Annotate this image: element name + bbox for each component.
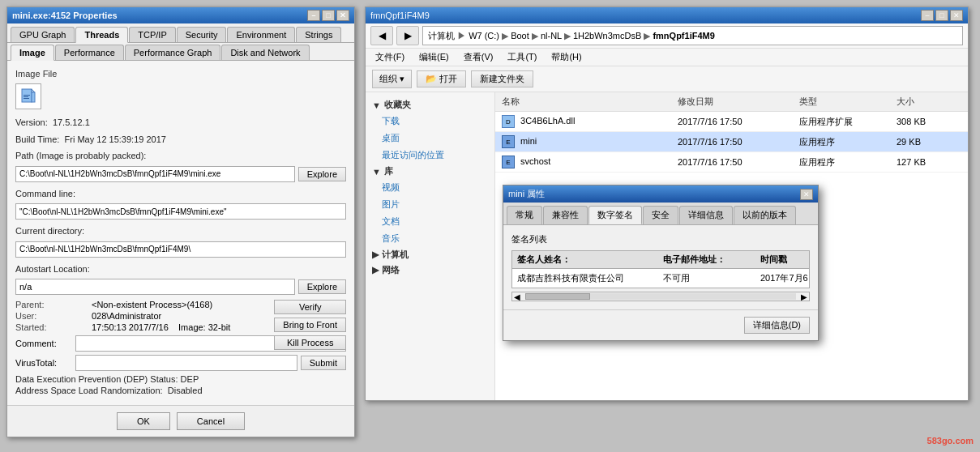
siglist-label: 签名列表 (511, 233, 810, 245)
cmdline-input[interactable] (15, 203, 346, 220)
col-size[interactable]: 大小 (897, 96, 961, 108)
favorites-section[interactable]: ▼ 收藏夹 (366, 97, 494, 113)
curdir-label: Current directory: (15, 224, 346, 238)
nav-downloads[interactable]: 下载 (366, 113, 494, 130)
file-row-mini[interactable]: E mini 2017/7/16 17:50 应用程序 29 KB (495, 132, 968, 152)
menu-view[interactable]: 查看(V) (460, 50, 497, 64)
menu-help[interactable]: 帮助(H) (548, 50, 584, 64)
scroll-thumb[interactable] (525, 293, 590, 300)
nav-video[interactable]: 视频 (366, 179, 494, 196)
forward-btn[interactable]: ▶ (396, 26, 419, 45)
explore-path-btn[interactable]: Explore (298, 167, 346, 181)
detail-btn[interactable]: 详细信息(D) (744, 317, 810, 334)
virustotal-input[interactable] (75, 355, 297, 371)
ok-button[interactable]: OK (117, 412, 170, 430)
dep-status: Data Execution Prevention (DEP) Status: … (15, 374, 346, 384)
computer-label: 计算机 (382, 249, 409, 261)
libraries-section[interactable]: ▼ 库 (366, 164, 494, 179)
tab-image[interactable]: Image (11, 45, 54, 61)
computer-section[interactable]: ▶ 计算机 (366, 247, 494, 262)
menu-file[interactable]: 文件(F) (372, 50, 408, 64)
tab-tcp-ip[interactable]: TCP/IP (129, 27, 175, 42)
autostart-label: Autostart Location: (15, 262, 346, 276)
mini-tab-prev[interactable]: 以前的版本 (734, 206, 796, 224)
mini-dialog-content: 签名列表 签名人姓名： 电子邮件地址： 时间戳 成都吉胜科技有限责任公司 不可用… (503, 225, 818, 309)
nav-recent[interactable]: 最近访问的位置 (366, 147, 494, 164)
cancel-button[interactable]: Cancel (177, 412, 245, 430)
file-name-svchost: E svchost (502, 156, 678, 168)
cmdline-label: Command line: (15, 187, 346, 201)
file-date-mini: 2017/7/16 17:50 (678, 137, 799, 147)
autostart-input[interactable] (15, 279, 295, 295)
sig-scrollbar[interactable]: ◀ ▶ (511, 292, 810, 301)
open-btn[interactable]: 📂 打开 (417, 70, 466, 87)
tab-security[interactable]: Security (177, 27, 227, 42)
file-size-dll: 308 KB (897, 117, 961, 126)
breadcrumb: 计算机 ▶ W7 (C:) ▶ Boot ▶ nl-NL ▶ 1H2bWn3mc… (428, 30, 715, 42)
path-input-row: Explore (15, 166, 346, 182)
comment-label: Comment: (15, 339, 72, 348)
action-bar: 组织 ▾ 📂 打开 新建文件夹 (366, 66, 968, 92)
tab-threads[interactable]: Threads (75, 27, 128, 43)
menu-tools[interactable]: 工具(T) (504, 50, 540, 64)
process-properties-window: mini.exe:4152 Properties – □ ✕ GPU Graph… (6, 6, 355, 437)
tab-performance[interactable]: Performance (55, 45, 124, 60)
mini-icon: E (502, 135, 515, 148)
restore-btn[interactable]: □ (322, 10, 335, 21)
file-size-svchost: 127 KB (897, 157, 961, 167)
mini-tab-security[interactable]: 安全 (643, 206, 678, 224)
nav-pictures[interactable]: 图片 (366, 196, 494, 213)
tab-strings[interactable]: Strings (296, 27, 341, 42)
curdir-input[interactable] (15, 241, 346, 258)
file-date-dll: 2017/7/16 17:50 (678, 117, 799, 126)
mini-close-btn[interactable]: ✕ (800, 189, 813, 200)
tab-perf-graph[interactable]: Performance Graph (125, 45, 221, 60)
proc-title: mini.exe:4152 Properties (12, 11, 118, 20)
scroll-left-btn[interactable]: ◀ (512, 292, 522, 301)
image-file-label: Image File (15, 69, 346, 79)
sig-row-0[interactable]: 成都吉胜科技有限责任公司 不可用 2017年7月6 (511, 269, 810, 288)
exe-icon (15, 83, 41, 109)
file-row-dll[interactable]: D 3C4B6LhA.dll 2017/7/16 17:50 应用程序扩展 30… (495, 112, 968, 132)
back-btn[interactable]: ◀ (370, 26, 393, 45)
tab-row-2: Image Performance Performance Graph Disk… (7, 43, 354, 61)
close-btn[interactable]: ✕ (336, 10, 349, 21)
mini-tab-details[interactable]: 详细信息 (679, 206, 733, 224)
exp-close-btn[interactable]: ✕ (950, 10, 963, 21)
menu-edit[interactable]: 编辑(E) (416, 50, 452, 64)
image-tab-content: Image File Version: 17.5.12.1 Build Time… (7, 61, 354, 405)
scroll-right-btn[interactable]: ▶ (799, 292, 809, 301)
mini-tab-compat[interactable]: 兼容性 (543, 206, 588, 224)
exp-minimize-btn[interactable]: – (921, 10, 934, 21)
organize-btn[interactable]: 组织 ▾ (372, 70, 412, 88)
path-input[interactable] (15, 166, 295, 182)
nav-desktop[interactable]: 桌面 (366, 130, 494, 147)
network-section[interactable]: ▶ 网络 (366, 262, 494, 278)
sig-time-0: 2017年7月6 (760, 272, 825, 284)
newfolder-btn[interactable]: 新建文件夹 (471, 70, 533, 87)
verify-btn[interactable]: Verify (274, 300, 346, 314)
explore-autostart-btn[interactable]: Explore (298, 279, 346, 294)
col-date[interactable]: 修改日期 (678, 96, 799, 108)
minimize-btn[interactable]: – (307, 10, 320, 21)
mini-tab-digsig[interactable]: 数字签名 (588, 206, 642, 224)
file-row-svchost[interactable]: E svchost 2017/7/16 17:50 应用程序 127 KB (495, 152, 968, 173)
tab-environment[interactable]: Environment (227, 27, 295, 42)
col-name[interactable]: 名称 (502, 96, 678, 108)
favorites-label: 收藏夹 (384, 99, 411, 111)
virustotal-label: VirusTotal: (15, 358, 72, 368)
bring-front-btn[interactable]: Bring to Front (274, 318, 346, 332)
exp-restore-btn[interactable]: □ (935, 10, 948, 21)
mini-tab-general[interactable]: 常规 (507, 206, 542, 224)
nav-music[interactable]: 音乐 (366, 230, 494, 247)
tab-gpu-graph[interactable]: GPU Graph (11, 27, 75, 42)
col-type[interactable]: 类型 (799, 96, 897, 108)
nav-docs[interactable]: 文档 (366, 213, 494, 230)
tab-disk-net[interactable]: Disk and Network (221, 45, 309, 60)
titlebar-buttons: – □ ✕ (307, 10, 349, 21)
kill-process-btn[interactable]: Kill Process (274, 335, 346, 350)
file-list-header: 名称 修改日期 类型 大小 (495, 92, 968, 112)
svg-rect-5 (24, 98, 29, 99)
file-name-mini: E mini (502, 135, 678, 148)
submit-btn[interactable]: Submit (301, 356, 346, 370)
